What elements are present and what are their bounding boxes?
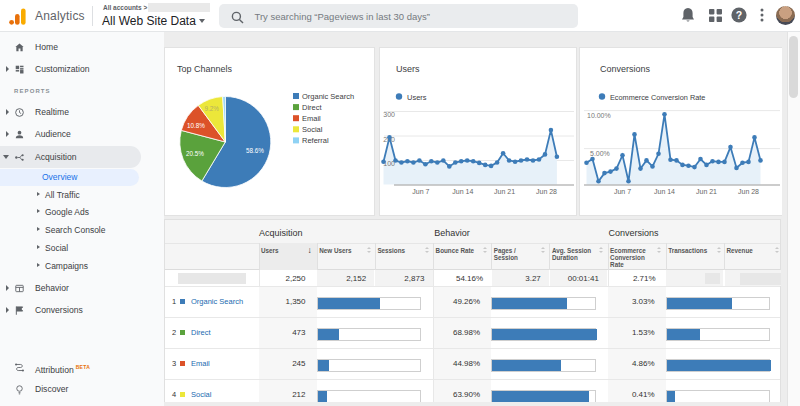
svg-text:300: 300 xyxy=(383,111,395,118)
svg-text:Jun 7: Jun 7 xyxy=(412,188,429,195)
svg-text:9.2%: 9.2% xyxy=(205,105,220,112)
svg-text:5.00%: 5.00% xyxy=(590,150,610,157)
svg-text:Jun 28: Jun 28 xyxy=(738,188,759,195)
svg-text:?: ? xyxy=(736,9,742,21)
svg-text:Ecommerce Conversion Rate: Ecommerce Conversion Rate xyxy=(610,93,705,102)
svg-text:Jun 21: Jun 21 xyxy=(696,188,717,195)
svg-text:10.8%: 10.8% xyxy=(187,122,205,129)
svg-text:Jun 14: Jun 14 xyxy=(654,188,675,195)
svg-text:58.6%: 58.6% xyxy=(246,147,264,154)
svg-text:Organic Search: Organic Search xyxy=(302,92,354,101)
svg-text:Email: Email xyxy=(302,114,321,123)
svg-text:20.5%: 20.5% xyxy=(186,150,204,157)
svg-text:Jun 28: Jun 28 xyxy=(536,188,557,195)
svg-text:10.00%: 10.00% xyxy=(587,112,611,119)
svg-text:Social: Social xyxy=(302,125,323,134)
svg-text:Jun 14: Jun 14 xyxy=(452,188,473,195)
svg-text:Direct: Direct xyxy=(302,103,323,112)
svg-text:Users: Users xyxy=(407,93,427,102)
svg-text:Jun 21: Jun 21 xyxy=(494,188,515,195)
svg-text:Jun 7: Jun 7 xyxy=(614,188,631,195)
svg-text:Referral: Referral xyxy=(302,136,329,145)
